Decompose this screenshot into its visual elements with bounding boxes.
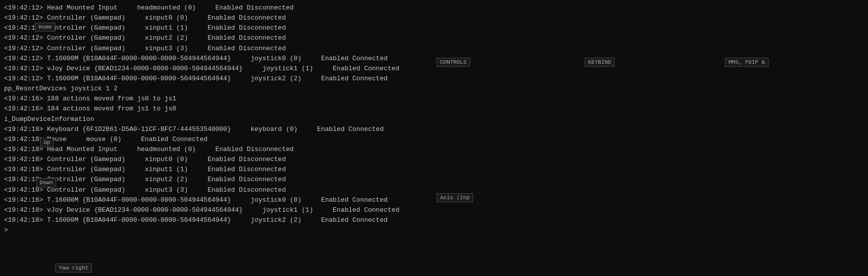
badge-keybind[interactable]: KEYBIND: [585, 58, 615, 67]
log-line: <19:42:18> Controller (Gamepad) xinput1 …: [4, 165, 864, 175]
tooltip-up[interactable]: Up: [40, 138, 54, 147]
badge-mms[interactable]: MMS, FDIP &: [725, 58, 769, 67]
log-line: <19:42:16> 184 actions moved from js1 to…: [4, 104, 864, 114]
log-line: pp_ResortDevices joystick 1 2: [4, 84, 864, 94]
badge-controls[interactable]: CONTROLS: [437, 58, 470, 67]
tooltip-input[interactable]: Axis (Inp: [437, 193, 473, 202]
log-line: <19:42:12> T.16000M {B10A044F-0000-0000-…: [4, 74, 864, 84]
tooltip-yaw[interactable]: Yaw right: [55, 263, 92, 272]
log-line: <19:42:16> 188 actions moved from js0 to…: [4, 94, 864, 104]
log-line: <19:42:18> Controller (Gamepad) xinput0 …: [4, 155, 864, 165]
log-line: <19:42:18> T.16000M {B10A044F-0000-0000-…: [4, 195, 864, 205]
prompt-line[interactable]: >: [4, 225, 864, 235]
log-line: <19:42:12> Controller (Gamepad) xinput3 …: [4, 44, 864, 54]
log-line: <19:42:12> Controller (Gamepad) xinput0 …: [4, 13, 864, 23]
log-line: <19:42:18> Mouse mouse (0) Enabled Conne…: [4, 134, 864, 145]
console-output: <19:42:12> Head Mounted Input headmounte…: [0, 0, 868, 276]
log-line: <19:42:18> Controller (Gamepad) xinput2 …: [4, 175, 864, 185]
log-line: i_DumpDeviceInformation: [4, 114, 864, 124]
log-line: <19:42:12> Controller (Gamepad) xinput1 …: [4, 23, 864, 33]
tooltip-down[interactable]: Down: [36, 178, 56, 187]
log-line: <19:42:12> Head Mounted Input headmounte…: [4, 3, 864, 13]
log-line: <19:42:18> Controller (Gamepad) xinput3 …: [4, 185, 864, 195]
log-line: <19:42:12> Controller (Gamepad) xinput2 …: [4, 33, 864, 43]
log-line: <19:42:18> vJoy Device {BEAD1234-0000-00…: [4, 205, 864, 215]
log-line: <19:42:18> T.16000M {B10A044F-0000-0000-…: [4, 215, 864, 225]
tooltip-home[interactable]: Home: [35, 23, 55, 32]
log-line: <19:42:18> Head Mounted Input headmounte…: [4, 145, 864, 155]
log-line: <19:42:18> Keyboard {6F1D2B61-D5A0-11CF-…: [4, 124, 864, 134]
